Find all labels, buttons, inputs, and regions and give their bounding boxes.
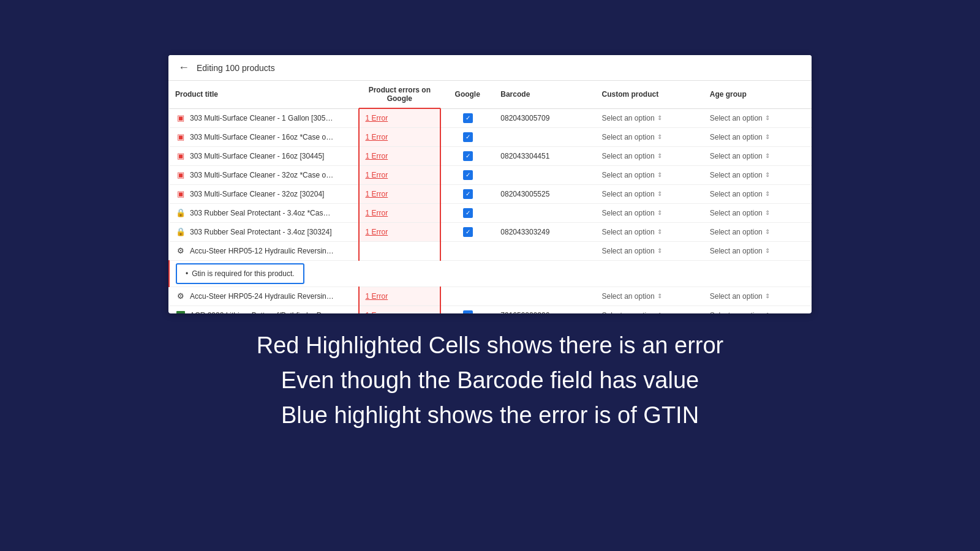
custom-product-cell[interactable]: Select an option⇕	[596, 146, 704, 165]
product-title-cell: ▣ 303 Multi-Surface Cleaner - 32oz [3020…	[169, 184, 359, 203]
google-checkbox[interactable]: ✓	[463, 227, 473, 237]
barcode-cell	[494, 127, 595, 146]
select-arrows-icon: ⇕	[657, 312, 662, 313]
table-row: ▣ 303 Multi-Surface Cleaner - 16oz *Case…	[169, 127, 812, 146]
custom-product-select[interactable]: Select an option	[602, 209, 655, 217]
custom-product-cell[interactable]: Select an option⇕	[596, 222, 704, 241]
google-cell: ✓	[440, 222, 494, 241]
age-group-select[interactable]: Select an option	[710, 247, 763, 255]
age-group-select[interactable]: Select an option	[710, 311, 763, 314]
product-name: 303 Multi-Surface Cleaner - 1 Gallon [30…	[190, 114, 334, 122]
product-icon: ⚙	[175, 291, 186, 302]
error-cell: 1 Error	[359, 165, 441, 184]
select-arrows-icon: ⇕	[765, 228, 770, 235]
header-bar: ← Editing 100 products	[168, 55, 812, 81]
age-group-select[interactable]: Select an option	[710, 114, 763, 122]
age-group-cell[interactable]: Select an option⇕	[704, 146, 812, 165]
google-checkbox[interactable]: ✓	[463, 132, 473, 142]
select-arrows-icon: ⇕	[765, 293, 770, 299]
google-cell: ✓	[440, 127, 494, 146]
custom-product-select[interactable]: Select an option	[602, 190, 655, 198]
caption-line1: Red Highlighted Cells shows there is an …	[257, 328, 723, 363]
product-icon: ▣	[175, 151, 186, 162]
custom-product-cell[interactable]: Select an option⇕	[596, 287, 704, 305]
error-link[interactable]: 1 Error	[366, 190, 388, 198]
product-title-cell: 🔒 303 Rubber Seal Protectant - 3.4oz [30…	[169, 222, 359, 241]
error-link[interactable]: 1 Error	[366, 311, 388, 314]
page-title: Editing 100 products	[197, 63, 275, 73]
error-link[interactable]: 1 Error	[366, 114, 388, 122]
select-arrows-icon: ⇕	[657, 209, 662, 216]
custom-product-select[interactable]: Select an option	[602, 247, 655, 255]
age-group-select[interactable]: Select an option	[710, 292, 763, 301]
age-group-cell[interactable]: Select an option⇕	[704, 108, 812, 127]
age-group-select[interactable]: Select an option	[710, 133, 763, 141]
custom-product-select[interactable]: Select an option	[602, 228, 655, 236]
select-arrows-icon: ⇕	[765, 152, 770, 159]
google-checkbox[interactable]: ✓	[463, 310, 473, 314]
back-icon[interactable]: ←	[178, 61, 189, 74]
google-cell: ✓	[440, 146, 494, 165]
age-group-select[interactable]: Select an option	[710, 209, 763, 217]
age-group-select[interactable]: Select an option	[710, 190, 763, 198]
select-arrows-icon: ⇕	[657, 247, 662, 254]
custom-product-select[interactable]: Select an option	[602, 311, 655, 314]
custom-product-select[interactable]: Select an option	[602, 133, 655, 141]
age-group-cell[interactable]: Select an option⇕	[704, 287, 812, 305]
product-title-cell: ⚙ Accu-Steer HRP05-12 Hydraulic Reversin…	[169, 241, 359, 260]
error-cell: 1 Error	[359, 222, 441, 241]
google-checkbox[interactable]: ✓	[463, 208, 473, 218]
custom-product-cell[interactable]: Select an option⇕	[596, 305, 704, 313]
age-group-cell[interactable]: Select an option⇕	[704, 127, 812, 146]
age-group-select[interactable]: Select an option	[710, 171, 763, 179]
age-group-select[interactable]: Select an option	[710, 152, 763, 160]
age-group-cell[interactable]: Select an option⇕	[704, 222, 812, 241]
product-icon: ⚙	[175, 246, 186, 257]
error-link[interactable]: 1 Error	[366, 228, 388, 236]
select-arrows-icon: ⇕	[657, 293, 662, 299]
error-cell: 1 Error	[359, 305, 441, 313]
error-link[interactable]: 1 Error	[366, 292, 388, 301]
custom-product-select[interactable]: Select an option	[602, 114, 655, 122]
product-title-cell: ACR 2920 Lithium Battery f/Pathfinder Pr…	[169, 305, 359, 313]
barcode-cell: 082043005709	[494, 108, 595, 127]
product-title-cell: ▣ 303 Multi-Surface Cleaner - 1 Gallon […	[169, 108, 359, 127]
age-group-cell[interactable]: Select an option⇕	[704, 305, 812, 313]
barcode-cell: 082043005525	[494, 184, 595, 203]
error-link[interactable]: 1 Error	[366, 171, 388, 179]
age-group-cell[interactable]: Select an option⇕	[704, 203, 812, 222]
error-cell: 1 Error	[359, 184, 441, 203]
error-link[interactable]: 1 Error	[366, 133, 388, 141]
custom-product-select[interactable]: Select an option	[602, 171, 655, 179]
barcode-cell	[494, 203, 595, 222]
custom-product-cell[interactable]: Select an option⇕	[596, 184, 704, 203]
product-icon: ▣	[175, 132, 186, 143]
custom-product-cell[interactable]: Select an option⇕	[596, 165, 704, 184]
table-row: ⚙ Accu-Steer HRP05-24 Hydraulic Reversin…	[169, 287, 812, 305]
age-group-cell[interactable]: Select an option⇕	[704, 241, 812, 260]
age-group-cell[interactable]: Select an option⇕	[704, 184, 812, 203]
error-cell: 1 Error	[359, 146, 441, 165]
custom-product-cell[interactable]: Select an option⇕	[596, 203, 704, 222]
select-arrows-icon: ⇕	[657, 133, 662, 140]
table-row: ▣ 303 Multi-Surface Cleaner - 32oz *Case…	[169, 165, 812, 184]
table-row: ▣ 303 Multi-Surface Cleaner - 1 Gallon […	[169, 108, 812, 127]
error-cell: 1 Error	[359, 127, 441, 146]
barcode-cell: 791659029206	[494, 305, 595, 313]
google-checkbox[interactable]: ✓	[463, 113, 473, 123]
error-cell: 1 Error	[359, 108, 441, 127]
custom-product-select[interactable]: Select an option	[602, 292, 655, 301]
select-arrows-icon: ⇕	[657, 228, 662, 235]
error-link[interactable]: 1 Error	[366, 209, 388, 217]
custom-product-cell[interactable]: Select an option⇕	[596, 241, 704, 260]
custom-product-cell[interactable]: Select an option⇕	[596, 127, 704, 146]
error-link[interactable]: 1 Error	[366, 152, 388, 160]
custom-product-select[interactable]: Select an option	[602, 152, 655, 160]
google-checkbox[interactable]: ✓	[463, 151, 473, 161]
age-group-select[interactable]: Select an option	[710, 228, 763, 236]
google-checkbox[interactable]: ✓	[463, 189, 473, 199]
custom-product-cell[interactable]: Select an option⇕	[596, 108, 704, 127]
age-group-cell[interactable]: Select an option⇕	[704, 165, 812, 184]
caption-area: Red Highlighted Cells shows there is an …	[257, 328, 723, 433]
google-checkbox[interactable]: ✓	[463, 170, 473, 180]
